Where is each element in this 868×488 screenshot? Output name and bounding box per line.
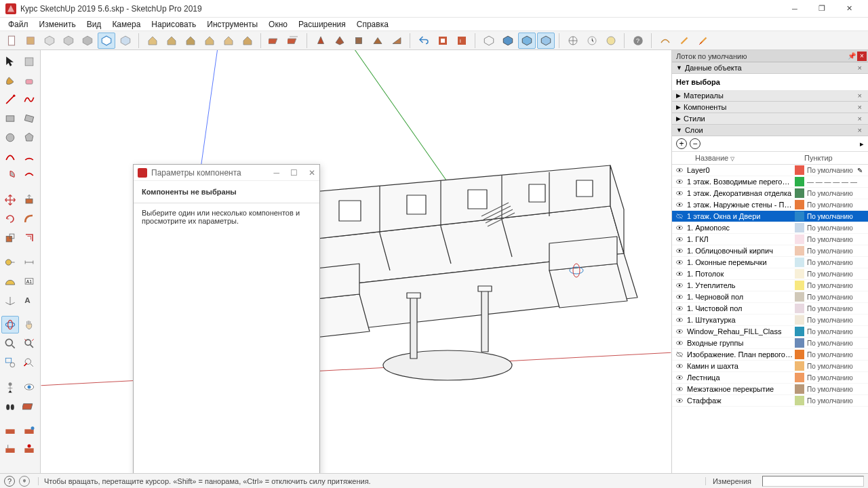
arc-tool-icon[interactable] (1, 148, 19, 165)
visibility-icon[interactable] (675, 212, 684, 220)
layer-color-swatch[interactable] (795, 258, 804, 267)
layer-color-swatch[interactable] (795, 304, 804, 313)
section-close-icon[interactable]: × (856, 64, 864, 72)
dyncomp2-icon[interactable]: i (453, 33, 471, 49)
time2-icon[interactable] (602, 33, 620, 49)
time1-icon[interactable] (583, 33, 601, 49)
rotate-tool-icon[interactable] (1, 210, 19, 228)
dialog-minimize-icon[interactable]: ─ (273, 168, 279, 178)
visibility-icon[interactable] (675, 327, 684, 336)
section-styles[interactable]: ▶Стили× (672, 113, 868, 125)
house4-icon[interactable] (201, 33, 218, 49)
layer-row[interactable]: Камин и шахтаПо умолчанию (672, 361, 868, 372)
visibility-icon[interactable] (675, 362, 684, 370)
shape2-icon[interactable] (331, 33, 349, 49)
visibility-icon[interactable] (675, 258, 684, 266)
layer-row[interactable]: 1 этаж. Возводимые перегородки— — — — — … (672, 176, 868, 188)
layer-row[interactable]: 1. Черновой полПо умолчанию (672, 291, 868, 303)
zoomwin-tool-icon[interactable] (1, 354, 19, 371)
layer-color-swatch[interactable] (795, 315, 804, 325)
maximize-button[interactable]: ❐ (808, 0, 835, 18)
tape-tool-icon[interactable] (1, 253, 19, 271)
orbit-tool-icon[interactable] (1, 316, 19, 333)
shape4-icon[interactable] (369, 33, 387, 49)
house5-icon[interactable] (220, 33, 237, 49)
sandbox3-icon[interactable] (1, 441, 19, 458)
visibility-icon[interactable] (675, 178, 684, 186)
protractor-tool-icon[interactable] (1, 272, 19, 290)
cube-wire-icon[interactable] (98, 33, 115, 49)
section-materials[interactable]: ▶Материалы× (672, 90, 868, 102)
layer-row[interactable]: ЛестницаПо умолчанию (672, 372, 868, 384)
move-tool-icon[interactable] (1, 191, 19, 209)
menu-view[interactable]: Вид (81, 18, 107, 30)
visibility-icon[interactable] (675, 166, 684, 174)
look-tool-icon[interactable] (20, 378, 38, 396)
new-file-icon[interactable] (3, 33, 20, 49)
visibility-icon[interactable] (675, 304, 684, 312)
visibility-icon[interactable] (675, 224, 684, 232)
add-layer-icon[interactable]: + (676, 138, 687, 149)
layer-row[interactable]: Изображение. План первого этажаПо умолча… (672, 349, 868, 361)
shape1-icon[interactable] (312, 33, 330, 49)
layer-color-swatch[interactable] (795, 246, 804, 256)
layer-row[interactable]: Window_Rehau_FILL_ClassПо умолчанию (672, 326, 868, 338)
layer-row[interactable]: 1 этаж. Наружные стены - ПоротермПо умол… (672, 199, 868, 211)
layer-color-swatch[interactable] (795, 384, 804, 394)
section2-icon[interactable] (285, 33, 302, 49)
visibility-icon[interactable] (675, 247, 684, 255)
offset-tool-icon[interactable] (20, 229, 38, 247)
pushpull-tool-icon[interactable] (20, 191, 38, 209)
layer-color-swatch[interactable] (795, 396, 804, 405)
dialog-close-icon[interactable]: ✕ (309, 168, 315, 178)
geo-icon[interactable] (19, 476, 30, 487)
layer-color-swatch[interactable] (795, 327, 804, 336)
layer-row[interactable]: 1 этаж. Окна и ДвериПо умолчанию (672, 211, 868, 222)
layer-row[interactable]: Layer0По умолчанию✎ (672, 165, 868, 176)
dialog-maximize-icon[interactable]: ☐ (290, 168, 298, 178)
arc2-tool-icon[interactable] (20, 148, 38, 165)
layer-row[interactable]: 1. Чистовой полПо умолчанию (672, 303, 868, 314)
layer-color-swatch[interactable] (795, 281, 804, 290)
layer-color-swatch[interactable] (795, 269, 804, 279)
house2-icon[interactable] (163, 33, 180, 49)
layer-row[interactable]: СтаффажПо умолчанию (672, 395, 868, 407)
layer-color-swatch[interactable] (795, 223, 804, 232)
layer-row[interactable]: 1. АрмопоясПо умолчанию (672, 222, 868, 234)
dimension-tool-icon[interactable] (20, 253, 38, 271)
paint-tool-icon[interactable] (1, 72, 19, 89)
minimize-button[interactable]: ─ (781, 0, 808, 18)
layer-menu-icon[interactable]: ▸ (860, 140, 864, 148)
visibility-icon[interactable] (675, 339, 684, 347)
sandbox2-icon[interactable] (20, 422, 38, 439)
cube2-icon[interactable] (60, 33, 77, 49)
layer-list[interactable]: Layer0По умолчанию✎1 этаж. Возводимые пе… (672, 165, 868, 473)
shape5-icon[interactable] (388, 33, 406, 49)
component-tool-icon[interactable] (20, 53, 38, 70)
select-tool-icon[interactable] (1, 53, 19, 70)
arc3-tool-icon[interactable] (20, 167, 38, 184)
visibility-icon[interactable] (675, 235, 684, 243)
layer-color-swatch[interactable] (795, 211, 804, 221)
layer-color-swatch[interactable] (795, 338, 804, 348)
solid3-icon[interactable] (518, 33, 536, 49)
layer-row[interactable]: 1. Оконные перемычкиПо умолчанию (672, 257, 868, 268)
menu-draw[interactable]: Нарисовать (146, 18, 201, 30)
visibility-icon[interactable] (675, 316, 684, 324)
open-file-icon[interactable] (22, 33, 39, 49)
undo-icon[interactable] (415, 33, 433, 49)
cube3-icon[interactable] (79, 33, 96, 49)
pin-icon[interactable]: 📌 (848, 52, 856, 60)
walk-tool-icon[interactable] (1, 397, 19, 415)
layer-color-swatch[interactable] (795, 177, 804, 186)
visibility-icon[interactable] (675, 201, 684, 209)
followme-tool-icon[interactable] (20, 210, 38, 228)
edit-icon[interactable]: ✎ (857, 167, 865, 174)
viewport-3d[interactable]: Параметры компонента ─ ☐ ✕ Компоненты не… (41, 50, 671, 473)
warehouse-icon[interactable]: ? (629, 33, 647, 49)
solid4-icon[interactable] (537, 33, 555, 49)
layer-row[interactable]: Межэтажное перекрытиеПо умолчанию (672, 384, 868, 395)
pie-tool-icon[interactable] (1, 167, 19, 184)
rect-tool-icon[interactable] (1, 110, 19, 127)
axes-tool-icon[interactable] (1, 291, 19, 309)
